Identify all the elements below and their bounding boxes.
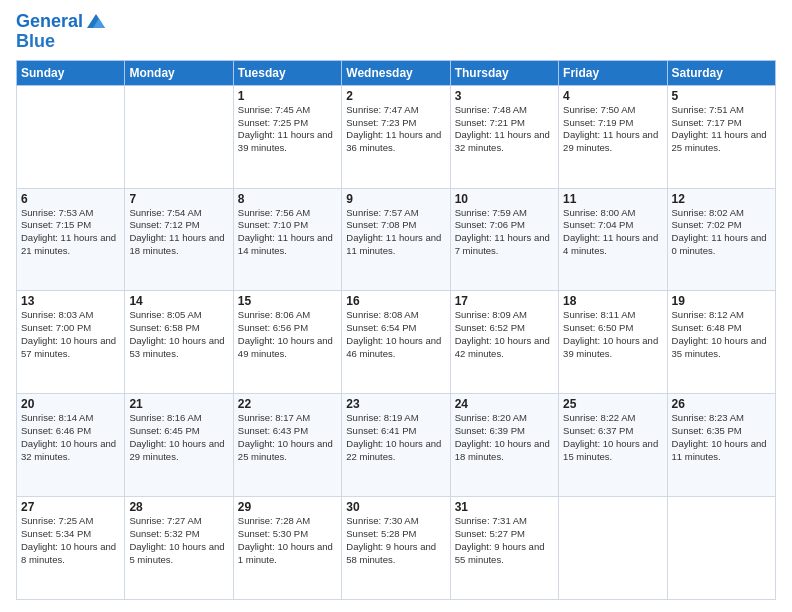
weekday-header: Friday	[559, 60, 667, 85]
day-number: 9	[346, 192, 445, 206]
page: General Blue SundayMondayTuesdayWednesda…	[0, 0, 792, 612]
day-info: Sunrise: 8:11 AMSunset: 6:50 PMDaylight:…	[563, 309, 662, 360]
day-info: Sunrise: 7:50 AMSunset: 7:19 PMDaylight:…	[563, 104, 662, 155]
day-number: 4	[563, 89, 662, 103]
calendar-day-cell: 3Sunrise: 7:48 AMSunset: 7:21 PMDaylight…	[450, 85, 558, 188]
calendar-day-cell: 18Sunrise: 8:11 AMSunset: 6:50 PMDayligh…	[559, 291, 667, 394]
day-number: 28	[129, 500, 228, 514]
weekday-header: Monday	[125, 60, 233, 85]
day-info: Sunrise: 8:16 AMSunset: 6:45 PMDaylight:…	[129, 412, 228, 463]
day-info: Sunrise: 7:54 AMSunset: 7:12 PMDaylight:…	[129, 207, 228, 258]
day-number: 26	[672, 397, 771, 411]
calendar-day-cell: 19Sunrise: 8:12 AMSunset: 6:48 PMDayligh…	[667, 291, 775, 394]
calendar-day-cell: 13Sunrise: 8:03 AMSunset: 7:00 PMDayligh…	[17, 291, 125, 394]
logo-text2: Blue	[16, 32, 107, 52]
day-info: Sunrise: 8:05 AMSunset: 6:58 PMDaylight:…	[129, 309, 228, 360]
day-number: 31	[455, 500, 554, 514]
day-number: 29	[238, 500, 337, 514]
calendar-day-cell: 23Sunrise: 8:19 AMSunset: 6:41 PMDayligh…	[342, 394, 450, 497]
calendar-day-cell: 8Sunrise: 7:56 AMSunset: 7:10 PMDaylight…	[233, 188, 341, 291]
day-info: Sunrise: 7:57 AMSunset: 7:08 PMDaylight:…	[346, 207, 445, 258]
calendar-week-row: 27Sunrise: 7:25 AMSunset: 5:34 PMDayligh…	[17, 497, 776, 600]
weekday-header: Thursday	[450, 60, 558, 85]
day-info: Sunrise: 8:12 AMSunset: 6:48 PMDaylight:…	[672, 309, 771, 360]
calendar-day-cell: 17Sunrise: 8:09 AMSunset: 6:52 PMDayligh…	[450, 291, 558, 394]
calendar-day-cell: 11Sunrise: 8:00 AMSunset: 7:04 PMDayligh…	[559, 188, 667, 291]
calendar-day-cell: 7Sunrise: 7:54 AMSunset: 7:12 PMDaylight…	[125, 188, 233, 291]
day-number: 19	[672, 294, 771, 308]
weekday-header: Sunday	[17, 60, 125, 85]
day-info: Sunrise: 7:31 AMSunset: 5:27 PMDaylight:…	[455, 515, 554, 566]
day-info: Sunrise: 7:47 AMSunset: 7:23 PMDaylight:…	[346, 104, 445, 155]
day-number: 1	[238, 89, 337, 103]
day-info: Sunrise: 7:27 AMSunset: 5:32 PMDaylight:…	[129, 515, 228, 566]
calendar-day-cell: 22Sunrise: 8:17 AMSunset: 6:43 PMDayligh…	[233, 394, 341, 497]
day-number: 23	[346, 397, 445, 411]
weekday-header: Tuesday	[233, 60, 341, 85]
calendar-day-cell: 25Sunrise: 8:22 AMSunset: 6:37 PMDayligh…	[559, 394, 667, 497]
calendar-day-cell: 12Sunrise: 8:02 AMSunset: 7:02 PMDayligh…	[667, 188, 775, 291]
day-number: 3	[455, 89, 554, 103]
calendar-day-cell: 31Sunrise: 7:31 AMSunset: 5:27 PMDayligh…	[450, 497, 558, 600]
day-info: Sunrise: 8:08 AMSunset: 6:54 PMDaylight:…	[346, 309, 445, 360]
day-info: Sunrise: 8:06 AMSunset: 6:56 PMDaylight:…	[238, 309, 337, 360]
calendar-week-row: 13Sunrise: 8:03 AMSunset: 7:00 PMDayligh…	[17, 291, 776, 394]
calendar-table: SundayMondayTuesdayWednesdayThursdayFrid…	[16, 60, 776, 600]
day-number: 27	[21, 500, 120, 514]
calendar-day-cell	[667, 497, 775, 600]
day-number: 11	[563, 192, 662, 206]
calendar-day-cell: 16Sunrise: 8:08 AMSunset: 6:54 PMDayligh…	[342, 291, 450, 394]
calendar-day-cell: 6Sunrise: 7:53 AMSunset: 7:15 PMDaylight…	[17, 188, 125, 291]
day-info: Sunrise: 7:53 AMSunset: 7:15 PMDaylight:…	[21, 207, 120, 258]
day-info: Sunrise: 7:25 AMSunset: 5:34 PMDaylight:…	[21, 515, 120, 566]
day-info: Sunrise: 8:22 AMSunset: 6:37 PMDaylight:…	[563, 412, 662, 463]
weekday-header: Saturday	[667, 60, 775, 85]
day-number: 15	[238, 294, 337, 308]
calendar-day-cell: 5Sunrise: 7:51 AMSunset: 7:17 PMDaylight…	[667, 85, 775, 188]
day-number: 13	[21, 294, 120, 308]
logo: General Blue	[16, 12, 107, 52]
day-info: Sunrise: 8:17 AMSunset: 6:43 PMDaylight:…	[238, 412, 337, 463]
day-number: 25	[563, 397, 662, 411]
weekday-header: Wednesday	[342, 60, 450, 85]
day-number: 16	[346, 294, 445, 308]
calendar-day-cell: 27Sunrise: 7:25 AMSunset: 5:34 PMDayligh…	[17, 497, 125, 600]
calendar-week-row: 20Sunrise: 8:14 AMSunset: 6:46 PMDayligh…	[17, 394, 776, 497]
day-info: Sunrise: 8:09 AMSunset: 6:52 PMDaylight:…	[455, 309, 554, 360]
day-number: 14	[129, 294, 228, 308]
day-info: Sunrise: 8:23 AMSunset: 6:35 PMDaylight:…	[672, 412, 771, 463]
calendar-day-cell: 4Sunrise: 7:50 AMSunset: 7:19 PMDaylight…	[559, 85, 667, 188]
day-info: Sunrise: 7:56 AMSunset: 7:10 PMDaylight:…	[238, 207, 337, 258]
calendar-week-row: 6Sunrise: 7:53 AMSunset: 7:15 PMDaylight…	[17, 188, 776, 291]
day-info: Sunrise: 7:51 AMSunset: 7:17 PMDaylight:…	[672, 104, 771, 155]
header: General Blue	[16, 12, 776, 52]
calendar-header-row: SundayMondayTuesdayWednesdayThursdayFrid…	[17, 60, 776, 85]
day-info: Sunrise: 8:00 AMSunset: 7:04 PMDaylight:…	[563, 207, 662, 258]
day-info: Sunrise: 8:03 AMSunset: 7:00 PMDaylight:…	[21, 309, 120, 360]
day-number: 17	[455, 294, 554, 308]
day-number: 30	[346, 500, 445, 514]
calendar-day-cell: 20Sunrise: 8:14 AMSunset: 6:46 PMDayligh…	[17, 394, 125, 497]
day-info: Sunrise: 8:02 AMSunset: 7:02 PMDaylight:…	[672, 207, 771, 258]
day-number: 8	[238, 192, 337, 206]
calendar-day-cell: 14Sunrise: 8:05 AMSunset: 6:58 PMDayligh…	[125, 291, 233, 394]
calendar-day-cell: 15Sunrise: 8:06 AMSunset: 6:56 PMDayligh…	[233, 291, 341, 394]
calendar-day-cell	[17, 85, 125, 188]
day-number: 21	[129, 397, 228, 411]
day-number: 12	[672, 192, 771, 206]
day-number: 18	[563, 294, 662, 308]
day-number: 6	[21, 192, 120, 206]
day-number: 22	[238, 397, 337, 411]
logo-text: General	[16, 12, 83, 32]
day-info: Sunrise: 7:30 AMSunset: 5:28 PMDaylight:…	[346, 515, 445, 566]
day-number: 7	[129, 192, 228, 206]
logo-icon	[85, 10, 107, 32]
calendar-day-cell: 21Sunrise: 8:16 AMSunset: 6:45 PMDayligh…	[125, 394, 233, 497]
day-info: Sunrise: 7:28 AMSunset: 5:30 PMDaylight:…	[238, 515, 337, 566]
day-info: Sunrise: 8:19 AMSunset: 6:41 PMDaylight:…	[346, 412, 445, 463]
day-info: Sunrise: 8:20 AMSunset: 6:39 PMDaylight:…	[455, 412, 554, 463]
calendar-day-cell	[125, 85, 233, 188]
day-number: 5	[672, 89, 771, 103]
calendar-day-cell: 29Sunrise: 7:28 AMSunset: 5:30 PMDayligh…	[233, 497, 341, 600]
calendar-day-cell: 30Sunrise: 7:30 AMSunset: 5:28 PMDayligh…	[342, 497, 450, 600]
